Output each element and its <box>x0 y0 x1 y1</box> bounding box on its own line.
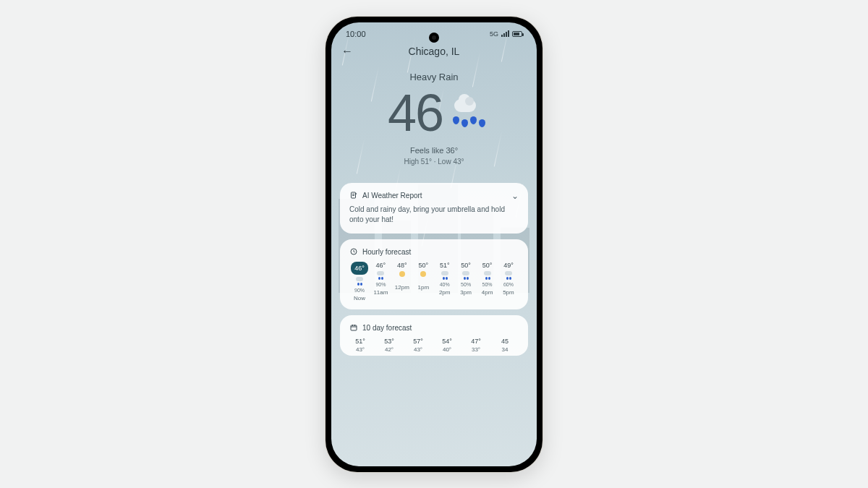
clock-icon <box>349 247 358 257</box>
location-title[interactable]: Chicago, IL <box>341 46 527 57</box>
app-header: ← Chicago, IL <box>331 41 537 61</box>
phone-screen: 10:00 5G ← Chicago, IL Heavy Rain 46 <box>331 22 537 466</box>
high-low: High 51° · Low 43° <box>339 158 529 166</box>
day-col[interactable]: 51°43° <box>349 338 371 353</box>
heavy-rain-icon <box>447 96 480 129</box>
hour-temp: 50° <box>482 262 493 269</box>
day-high: 47° <box>471 338 481 345</box>
day-col[interactable]: 47°33° <box>465 338 487 353</box>
hour-col[interactable]: 51°40%2pm <box>435 262 455 301</box>
precip-pct: 60% <box>503 282 514 287</box>
rain-icon <box>440 271 450 280</box>
precip-pct: 50% <box>482 282 493 287</box>
precip-pct: 40% <box>440 282 450 287</box>
day-low: 40° <box>443 346 451 353</box>
day-low: 43° <box>356 346 365 353</box>
day-low: 42° <box>385 346 393 353</box>
battery-icon <box>512 31 522 37</box>
day-high: 54° <box>442 338 452 345</box>
hour-label: 12pm <box>395 284 409 291</box>
hour-temp: 49° <box>503 262 514 269</box>
signal-icon <box>501 30 509 37</box>
current-temp: 46 <box>388 87 443 139</box>
day-col[interactable]: 54°40° <box>436 338 458 353</box>
day-low: 43° <box>414 346 422 353</box>
day-col[interactable]: 53°42° <box>378 338 400 353</box>
hour-temp: 50° <box>418 262 428 269</box>
daily-title: 10 day forecast <box>362 324 412 332</box>
rain-icon <box>482 271 493 280</box>
svg-rect-2 <box>351 325 357 330</box>
phone-frame: 10:00 5G ← Chicago, IL Heavy Rain 46 <box>326 17 542 472</box>
precip-pct: 90% <box>354 288 365 293</box>
calendar-icon <box>349 323 358 333</box>
day-high: 45 <box>501 338 509 345</box>
hour-label: 5pm <box>503 289 514 296</box>
front-camera <box>429 33 439 43</box>
ai-report-text: Cold and rainy day, bring your umbrella … <box>349 205 519 226</box>
day-col[interactable]: 4534 <box>494 338 516 353</box>
hourly-title: Hourly forecast <box>362 248 411 256</box>
precip-pct: 50% <box>461 282 471 287</box>
hour-label: 11am <box>373 289 388 296</box>
sunny-icon <box>418 271 428 280</box>
hourly-forecast-card[interactable]: Hourly forecast 46°90%Now46°90%11am48°12… <box>340 239 528 309</box>
current-weather: Heavy Rain 46 Feels like 36° High 51° · … <box>331 61 537 170</box>
rain-icon <box>503 271 514 280</box>
hour-label: 1pm <box>417 284 429 291</box>
hour-col[interactable]: 49°60%5pm <box>498 262 519 301</box>
ai-report-title: AI Weather Report <box>362 192 422 200</box>
daily-forecast-card[interactable]: 10 day forecast 51°43°53°42°57°43°54°40°… <box>340 315 528 356</box>
hour-col[interactable]: 48°12pm <box>392 262 412 301</box>
rain-icon <box>354 277 365 286</box>
chevron-down-icon[interactable]: ⌄ <box>511 191 519 201</box>
day-low: 34 <box>502 346 509 353</box>
hour-col[interactable]: 50°1pm <box>413 262 433 301</box>
hour-temp: 51° <box>440 262 450 269</box>
condition-label: Heavy Rain <box>339 72 529 82</box>
day-high: 51° <box>355 338 365 345</box>
feels-like: Feels like 36° <box>339 146 529 155</box>
sunny-icon <box>397 271 407 280</box>
status-time: 10:00 <box>346 30 366 38</box>
hour-temp: 46° <box>376 262 386 269</box>
hour-col[interactable]: 50°50%4pm <box>477 262 498 301</box>
hourly-row[interactable]: 46°90%Now46°90%11am48°12pm50°1pm51°40%2p… <box>349 262 519 301</box>
hour-label: 4pm <box>482 289 493 296</box>
hour-label: 2pm <box>439 289 451 296</box>
hour-col[interactable]: 50°50%3pm <box>456 262 476 301</box>
network-label: 5G <box>490 30 498 38</box>
day-high: 53° <box>384 338 394 345</box>
day-low: 33° <box>472 346 480 353</box>
hour-temp: 48° <box>397 262 407 269</box>
hour-col[interactable]: 46°90%Now <box>349 262 370 301</box>
day-high: 57° <box>413 338 423 345</box>
hour-col[interactable]: 46°90%11am <box>370 262 391 301</box>
hour-label: 3pm <box>460 289 472 296</box>
hour-label: Now <box>354 295 365 301</box>
hour-temp: 46° <box>351 262 368 275</box>
daily-row[interactable]: 51°43°53°42°57°43°54°40°47°33°4534 <box>349 338 519 353</box>
hour-temp: 50° <box>461 262 471 269</box>
ai-report-card[interactable]: AI Weather Report ⌄ Cold and rainy day, … <box>340 183 528 234</box>
rain-icon <box>461 271 471 280</box>
rain-icon <box>375 271 386 280</box>
sparkle-doc-icon <box>349 191 358 201</box>
day-col[interactable]: 57°43° <box>407 338 429 353</box>
precip-pct: 90% <box>375 282 386 287</box>
